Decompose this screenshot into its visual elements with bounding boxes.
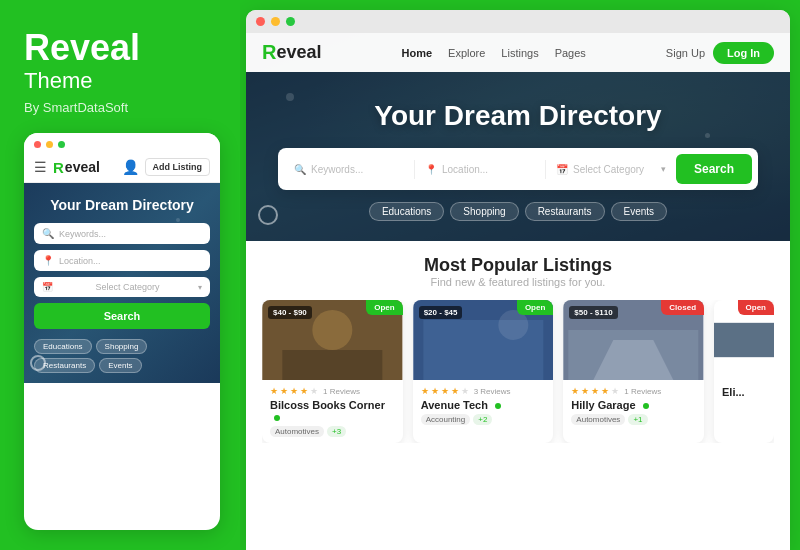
card-reviews-1: 1 Reviews [323, 387, 360, 396]
mobile-keywords-field[interactable]: 🔍 Keywords... [34, 223, 210, 244]
mobile-search-button[interactable]: Search [34, 303, 210, 329]
card-name-3: Hilly Garage [571, 399, 696, 411]
login-button[interactable]: Log In [713, 42, 774, 64]
hero-tags: Educations Shopping Restaurants Events [266, 202, 770, 221]
mobile-tag-events[interactable]: Events [99, 358, 141, 373]
card-status-3: Closed [661, 300, 704, 315]
star-empty-icon: ★ [310, 386, 318, 396]
card-name-text-1: Bilcoss Books Corner [270, 399, 385, 411]
particle [176, 218, 180, 222]
keywords-segment[interactable]: 🔍 Keywords... [284, 160, 415, 179]
star-icon: ★ [280, 386, 288, 396]
signup-link[interactable]: Sign Up [666, 47, 705, 59]
keywords-text: Keywords... [311, 164, 363, 175]
browser-dot-green [286, 17, 295, 26]
search-icon: 🔍 [42, 228, 54, 239]
card-name-1: Bilcoss Books Corner [270, 399, 395, 423]
hero-title: Your Dream Directory [266, 100, 770, 132]
nav-explore[interactable]: Explore [448, 47, 485, 59]
listings-subtitle: Find new & featured listings for you. [262, 276, 774, 288]
star-icon: ★ [581, 386, 589, 396]
desktop-nav-right: Sign Up Log In [666, 42, 774, 64]
card-price-1: $40 - $90 [268, 306, 312, 319]
svg-rect-13 [714, 323, 774, 357]
card-name-text-2: Avenue Tech [421, 399, 488, 411]
hero-tag-educations[interactable]: Educations [369, 202, 444, 221]
star-empty-icon: ★ [461, 386, 469, 396]
mobile-nav-right: 👤 Add Listing [122, 158, 211, 176]
svg-point-2 [312, 310, 352, 350]
card-price-3: $50 - $110 [569, 306, 617, 319]
calendar-icon: 📅 [556, 164, 568, 175]
card-name-2: Avenue Tech [421, 399, 546, 411]
particle [54, 203, 60, 209]
card-reviews-2: 3 Reviews [474, 387, 511, 396]
left-panel: Reveal Theme By SmartDataSoft ☰ R eveal … [0, 0, 240, 550]
card-tags-3: Automotives +1 [571, 414, 696, 425]
globe-icon [30, 355, 46, 371]
star-icon: ★ [290, 386, 298, 396]
card-image-2: $20 - $45 Open [413, 300, 554, 380]
online-indicator-1 [274, 415, 280, 421]
listings-grid: $40 - $90 Open ★ ★ ★ ★ ★ 1 Reviews Bilco… [262, 300, 774, 443]
star-empty-icon: ★ [611, 386, 619, 396]
listing-card-1[interactable]: $40 - $90 Open ★ ★ ★ ★ ★ 1 Reviews Bilco… [262, 300, 403, 443]
mobile-nav: ☰ R eveal 👤 Add Listing [24, 152, 220, 183]
brand-name: Reveal [24, 30, 220, 66]
category-label: Select Category [95, 282, 159, 292]
star-icon: ★ [441, 386, 449, 396]
user-icon[interactable]: 👤 [122, 159, 139, 175]
mobile-location-field[interactable]: 📍 Location... [34, 250, 210, 271]
hero-tag-restaurants[interactable]: Restaurants [525, 202, 605, 221]
nav-pages[interactable]: Pages [555, 47, 586, 59]
online-indicator-3 [643, 403, 649, 409]
star-icon: ★ [601, 386, 609, 396]
mobile-logo-text: eveal [65, 159, 100, 175]
brand-title: Reveal Theme By SmartDataSoft [24, 30, 220, 115]
mobile-tag-shopping[interactable]: Shopping [96, 339, 148, 354]
card-body-4: Eli... [714, 380, 774, 406]
chevron-icon: ▾ [661, 164, 666, 174]
browser-dot-yellow [271, 17, 280, 26]
search-icon: 🔍 [294, 164, 306, 175]
hero-tag-shopping[interactable]: Shopping [450, 202, 518, 221]
mobile-logo: R eveal [53, 159, 100, 176]
card-category-1: Automotives [270, 426, 324, 437]
listing-card-2[interactable]: $20 - $45 Open ★ ★ ★ ★ ★ 3 Reviews Avenu… [413, 300, 554, 443]
mobile-hero-content: Your Dream Directory 🔍 Keywords... 📍 Loc… [34, 197, 210, 373]
logo-text: eveal [276, 42, 321, 63]
mobile-category-select[interactable]: 📅 Select Category ▾ [34, 277, 210, 297]
desktop-nav: R eveal Home Explore Listings Pages Sign… [246, 33, 790, 72]
brand-by: By SmartDataSoft [24, 100, 220, 115]
add-listing-button[interactable]: Add Listing [145, 158, 211, 176]
nav-listings[interactable]: Listings [501, 47, 538, 59]
hero-tag-events[interactable]: Events [611, 202, 668, 221]
card-reviews-3: 1 Reviews [624, 387, 661, 396]
globe-icon-desktop [258, 205, 278, 225]
location-icon: 📍 [425, 164, 437, 175]
mobile-logo-r: R [53, 159, 64, 176]
mobile-top-bar [24, 133, 220, 152]
mobile-tag-educations[interactable]: Educations [34, 339, 92, 354]
card-image-3: $50 - $110 Closed [563, 300, 704, 380]
nav-home[interactable]: Home [402, 47, 433, 59]
card-extra-tags-1: +3 [327, 426, 346, 437]
card-extra-tags-3: +1 [628, 414, 647, 425]
particle [84, 238, 89, 243]
calendar-icon: 📅 [42, 282, 53, 292]
card-name-4: Eli... [722, 386, 766, 398]
star-icon: ★ [270, 386, 278, 396]
hamburger-icon[interactable]: ☰ [34, 159, 47, 175]
listing-card-4[interactable]: Open Eli... [714, 300, 774, 443]
location-segment[interactable]: 📍 Location... [415, 160, 546, 179]
category-text: Select Category [573, 164, 644, 175]
listing-card-3[interactable]: $50 - $110 Closed ★ ★ ★ ★ ★ 1 Reviews Hi… [563, 300, 704, 443]
listings-title: Most Popular Listings [262, 255, 774, 276]
category-segment[interactable]: 📅 Select Category ▾ [546, 160, 676, 179]
star-icon: ★ [451, 386, 459, 396]
location-icon: 📍 [42, 255, 54, 266]
star-icon: ★ [300, 386, 308, 396]
chevron-down-icon: ▾ [198, 283, 202, 292]
desktop-nav-links: Home Explore Listings Pages [402, 47, 586, 59]
desktop-search-button[interactable]: Search [676, 154, 752, 184]
